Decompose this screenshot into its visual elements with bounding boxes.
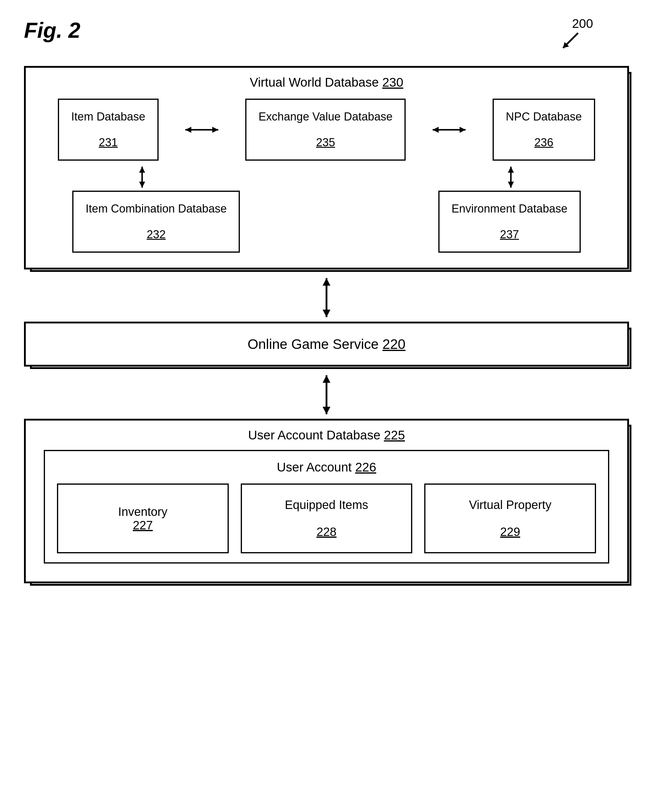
- vw-vertical-arrows: [26, 165, 627, 189]
- arrow-item-combo-icon: [136, 165, 148, 189]
- svg-marker-10: [139, 182, 145, 188]
- vw-database-box: Virtual World Database 230 Item Database…: [24, 66, 629, 269]
- svg-marker-3: [185, 127, 191, 133]
- arrow-environment-icon: [505, 165, 517, 189]
- ua-account-box: User Account 226 Inventory 227 Equipped …: [44, 450, 609, 563]
- item-database-box: Item Database 231: [58, 99, 158, 161]
- equipped-items-box: Equipped Items 228: [241, 484, 413, 553]
- svg-marker-15: [323, 278, 330, 285]
- vw-database-label: Virtual World Database 230: [26, 68, 627, 93]
- exchange-value-database-box: Exchange Value Database 235: [245, 99, 406, 161]
- svg-marker-9: [139, 167, 145, 172]
- inventory-box: Inventory 227: [57, 484, 229, 553]
- svg-marker-19: [323, 407, 330, 414]
- item-combo-database-box: Item Combination Database 232: [72, 191, 240, 253]
- ogs-box: Online Game Service 220: [24, 322, 629, 366]
- svg-marker-18: [323, 375, 330, 383]
- ua-database-box: User Account Database 225 User Account 2…: [24, 419, 629, 583]
- vw-top-row: Item Database 231 Exchange Value Databas…: [26, 93, 627, 161]
- arrow-item-exchange-icon: [184, 124, 220, 136]
- ua-account-label: User Account 226: [57, 460, 596, 475]
- svg-marker-12: [508, 167, 514, 172]
- figure-title: Fig. 2: [24, 18, 80, 43]
- npc-database-box: NPC Database 236: [492, 99, 595, 161]
- arrow-200-icon: [560, 30, 584, 54]
- ua-database-label: User Account Database 225: [26, 421, 627, 447]
- arrow-exchange-npc-icon: [431, 124, 467, 136]
- ref-200: 200: [572, 17, 593, 31]
- svg-marker-4: [212, 127, 218, 133]
- environment-database-box: Environment Database 237: [438, 191, 581, 253]
- svg-marker-6: [433, 127, 439, 133]
- ogs-label: Online Game Service 220: [248, 336, 406, 352]
- svg-marker-16: [323, 310, 330, 317]
- vw-bottom-row: Item Combination Database 232 Environmen…: [26, 191, 627, 268]
- arrow-ogs-ua-icon: [319, 374, 334, 416]
- arrow-vw-ogs-icon: [319, 277, 334, 319]
- diagram-container: Virtual World Database 230 Item Database…: [24, 66, 629, 583]
- ua-items-row: Inventory 227 Equipped Items 228 Virtual…: [57, 484, 596, 553]
- svg-marker-7: [460, 127, 466, 133]
- svg-marker-13: [508, 182, 514, 188]
- arrow-vw-ogs-container: [24, 274, 629, 322]
- arrow-ogs-ua-container: [24, 371, 629, 419]
- virtual-property-box: Virtual Property 229: [424, 484, 596, 553]
